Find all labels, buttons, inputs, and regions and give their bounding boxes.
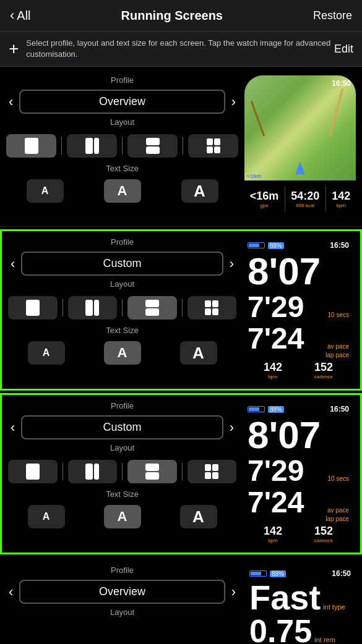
layout-btn-3-0[interactable] (8, 460, 58, 483)
battery-bar-4 (249, 570, 267, 577)
stat-cadence-lbl-3: cadence (314, 538, 333, 543)
watch-row-2: 7'24 av pace (248, 323, 349, 354)
profile-next-btn-2[interactable]: › (227, 256, 236, 272)
textsize-med-btn[interactable]: A (104, 179, 141, 203)
battery-fill-3 (249, 407, 259, 411)
highlighted-container-3: Profile ‹ Custom › Layout (0, 393, 362, 554)
stat-gps-lbl: gps (250, 203, 279, 208)
screen-row-4: Profile ‹ Overview › Layout 88% 16:50 Fa… (0, 557, 362, 644)
profile-prev-btn-3[interactable]: ‹ (8, 420, 17, 436)
layout-row-4-spacer (6, 622, 238, 644)
layout-btn-2-2[interactable] (127, 296, 177, 320)
map-road-2 (251, 101, 265, 137)
textsize-small-btn-2[interactable]: A (28, 341, 65, 365)
layout-label-4: Layout (6, 608, 238, 617)
watch-bottom-2: 142 bpm 152 cadence (248, 361, 349, 379)
battery-indicator-4: 88% (249, 570, 286, 577)
watch-row-1: 7'29 10 secs (248, 292, 349, 323)
profile-value-4[interactable]: Overview (19, 580, 225, 604)
stat-cadence-val-2: 152 (314, 361, 333, 374)
textsize-small-btn[interactable]: A (27, 179, 64, 203)
layout-btn-3[interactable] (188, 134, 238, 158)
stat-bpm-2: 142 bpm (264, 361, 282, 379)
textsize-med-btn-2[interactable]: A (104, 341, 141, 365)
add-button[interactable]: + (9, 40, 19, 57)
profile-label: Profile (6, 75, 238, 85)
profile-prev-btn-4[interactable]: ‹ (6, 584, 15, 600)
watch-fast-val2: 0.75 (249, 615, 312, 644)
profile-value-3[interactable]: Custom (21, 415, 223, 439)
profile-prev-btn-2[interactable]: ‹ (8, 256, 17, 272)
watch-preview[interactable]: 16:50 <16m <16m gps 54:20 606 kcal 142 (244, 75, 356, 218)
layout-btn-3-2[interactable] (127, 460, 177, 483)
stat-cadence-lbl-2: cadence (314, 374, 333, 379)
textsize-med-btn-3[interactable]: A (104, 505, 141, 528)
battery-fill (249, 244, 259, 247)
stat-gps: <16m gps (250, 190, 279, 208)
watch-sub-lbl-2: av pace (327, 343, 349, 350)
profile-value-2[interactable]: Custom (21, 252, 223, 276)
layout-btn-1[interactable] (67, 134, 117, 158)
map-arrow (295, 162, 305, 174)
watch-sub-val-2: 7'24 (248, 323, 304, 354)
controls-col-4: Profile ‹ Overview › Layout (6, 566, 238, 644)
ts-med-3: A (118, 509, 127, 525)
profile-prev-button[interactable]: ‹ (6, 94, 15, 110)
stat-bpm-val-3: 142 (264, 525, 282, 538)
screen-row: Profile ‹ Overview › Layout Text Size (0, 67, 362, 227)
stat-bpm-val: 142 (332, 190, 350, 203)
watch-top-bar-4: 88% 16:50 (249, 569, 351, 578)
watch-preview-2[interactable]: 88% 16:50 8'07 7'29 10 secs 7'24 av pace… (243, 237, 354, 383)
profile-next-button[interactable]: › (229, 94, 238, 110)
stat-bpm: 142 bpm (332, 190, 350, 208)
battery-fill-4 (251, 572, 261, 575)
layout-btn-3-1[interactable] (68, 460, 118, 483)
watch-preview-4[interactable]: 88% 16:50 Fast int type 0.75 int rem (244, 566, 356, 644)
watch-sub-lbl-1: 10 secs (328, 311, 349, 318)
edit-button[interactable]: Edit (334, 43, 353, 56)
textsize-large-btn-3[interactable]: A (180, 505, 217, 528)
layout-row-3 (8, 457, 236, 486)
layout-btn-0[interactable] (6, 134, 56, 158)
layout-row-2 (8, 294, 236, 322)
layout-label-3: Layout (8, 443, 236, 452)
layout-btn-3-3[interactable] (187, 460, 237, 483)
watch-preview-3[interactable]: 88% 16:50 8'07 7'29 10 secs 7'24 av pace… (243, 401, 354, 546)
stat-bpm-3: 142 bpm (264, 525, 282, 543)
textsize-label-3: Text Size (8, 489, 236, 499)
profile-label-2: Profile (8, 237, 236, 247)
profile-next-btn-4[interactable]: › (229, 584, 238, 600)
textsize-large-btn-2[interactable]: A (180, 341, 217, 365)
restore-button[interactable]: Restore (313, 9, 352, 22)
watch-main-val: 8'07 (248, 252, 349, 290)
controls-col-3: Profile ‹ Custom › Layout (8, 401, 236, 546)
watch-time: 16:50 (332, 79, 351, 88)
watch-fast-main: Fast (249, 580, 321, 615)
layout-btn-2-3[interactable] (187, 296, 237, 320)
back-button[interactable]: ‹ All (10, 7, 31, 23)
textsize-small-btn-3[interactable]: A (28, 505, 65, 528)
textsize-label-2: Text Size (8, 326, 236, 335)
back-label: All (17, 9, 30, 23)
profile-next-btn-3[interactable]: › (227, 420, 236, 436)
ts-large-2: A (192, 344, 204, 363)
watch-fast-row: Fast int type (249, 580, 351, 615)
watch-time-3: 16:50 (330, 405, 349, 413)
stat-gps-val: <16m (250, 190, 279, 203)
watch-fast-int-rem: int rem (314, 636, 335, 643)
chevron-left-icon: ‹ (10, 7, 14, 23)
highlighted-container-2: Profile ‹ Custom › Layout (0, 229, 362, 391)
profile-row: ‹ Overview › (6, 90, 238, 114)
profile-row-2: ‹ Custom › (8, 252, 236, 276)
layout-btn-2-0[interactable] (8, 296, 58, 320)
textsize-row-3: A A A (8, 504, 236, 530)
layout-btn-2[interactable] (127, 134, 178, 158)
stat-time-lbl: 606 kcal (291, 203, 319, 208)
watch-main-val-3: 8'07 (248, 416, 349, 454)
textsize-large-btn[interactable]: A (181, 179, 218, 203)
layout-sep-3-1 (62, 463, 63, 480)
layout-btn-2-1[interactable] (68, 296, 118, 320)
profile-value[interactable]: Overview (19, 90, 225, 114)
watch-map-image: 16:50 <16m (244, 75, 356, 180)
stat-divider-2 (325, 187, 326, 211)
